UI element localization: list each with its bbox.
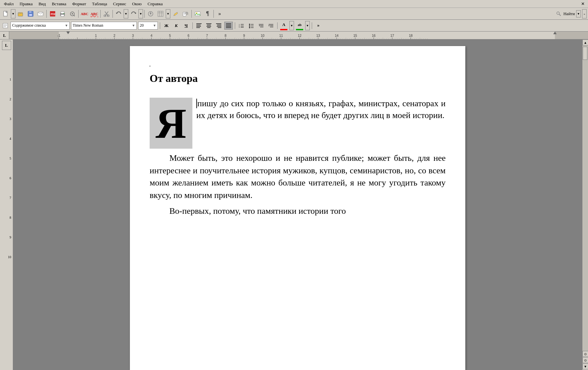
menu-help[interactable]: Справка (145, 1, 165, 7)
email-button[interactable] (36, 9, 45, 18)
indent-button[interactable] (267, 22, 275, 30)
redo-button[interactable] (129, 9, 138, 18)
document-scroll-area[interactable]: От автора Я ​пишу до сих пор только о кн… (13, 39, 582, 370)
v-mark-7: 7 (0, 196, 12, 216)
new-dropdown[interactable]: ▼ (11, 9, 15, 18)
menu-window[interactable]: Окно (130, 1, 144, 7)
print-button[interactable] (58, 9, 67, 18)
draw-button[interactable] (171, 9, 180, 18)
scroll-prev-page[interactable]: ⊙ (582, 351, 588, 357)
sidebar-ruler-button[interactable]: L (2, 41, 11, 50)
left-sidebar: L 1 2 3 4 5 6 7 8 9 10 (0, 39, 13, 370)
menu-insert[interactable]: Вставка (49, 1, 69, 7)
toolbar-extend[interactable]: » (582, 9, 587, 18)
font-color-dropdown[interactable]: ▼ (289, 21, 294, 30)
menu-view[interactable]: Вид (36, 1, 48, 7)
align-center-button[interactable] (205, 22, 213, 30)
v-mark-3: 3 (0, 117, 12, 137)
show-para-button[interactable]: ¶ (203, 9, 212, 18)
scroll-icons: ⊙ ⊙ ▼ (582, 351, 588, 369)
size-select[interactable]: 20 ▼ (138, 22, 158, 30)
highlight-color-button[interactable]: ab (295, 21, 304, 30)
toolbar-sep-4 (112, 10, 113, 18)
new-group: ▼ (1, 9, 15, 18)
svg-point-39 (557, 12, 559, 14)
undo-group: ▼ (114, 9, 128, 18)
scroll-next-page[interactable]: ⊙ (582, 357, 588, 363)
document-page[interactable]: От автора Я ​пишу до сих пор только о кн… (130, 46, 465, 370)
vertical-scrollbar: ▲ ⊙ ⊙ ▼ (582, 39, 588, 370)
menu-table[interactable]: Таблица (89, 1, 110, 7)
drop-cap-letter: Я (156, 102, 186, 145)
pdf-button[interactable]: PDF (48, 9, 57, 18)
document-title: От автора (150, 72, 446, 85)
scroll-down-button[interactable]: ▼ (582, 363, 588, 369)
svg-rect-13 (61, 12, 64, 13)
first-paragraph-text[interactable]: ​пишу до сих пор только о князьях, графа… (196, 98, 446, 122)
v-mark-10: 10 (0, 255, 12, 275)
v-mark-2: 2 (0, 97, 12, 117)
svg-marker-24 (135, 13, 136, 14)
ruler: L (0, 32, 588, 39)
format-toolbar: Содержимое списка ▼ Times New Roman ▼ 20… (0, 20, 588, 32)
find-area: Найти ▼ » (555, 9, 587, 18)
menu-file[interactable]: Файл (1, 1, 16, 7)
more-button[interactable]: » (215, 9, 224, 18)
new-button[interactable] (1, 9, 11, 18)
italic-button[interactable]: К (172, 22, 181, 30)
find-icon (555, 9, 562, 18)
menu-edit[interactable]: Правка (17, 1, 36, 7)
spellcheck-button[interactable]: ABC (80, 9, 89, 18)
list-ordered-button[interactable]: 1.2.3. (237, 22, 246, 30)
scroll-thumb[interactable] (583, 47, 587, 60)
insert-img-button[interactable] (193, 9, 202, 18)
table-insert-button[interactable] (156, 9, 165, 18)
format-more-button[interactable]: » (314, 22, 323, 30)
spellcheck2-button[interactable]: ABC (90, 9, 99, 18)
bold-button[interactable]: Ж (162, 22, 171, 30)
undo-dropdown[interactable]: ▼ (124, 9, 128, 18)
list-unordered-button[interactable] (247, 22, 256, 30)
find-replace-button[interactable] (181, 9, 190, 18)
style-select[interactable]: Содержимое списка ▼ (11, 22, 70, 30)
find-dropdown[interactable]: ▼ (576, 10, 581, 17)
svg-text:3.: 3. (239, 26, 240, 28)
font-select[interactable]: Times New Roman ▼ (71, 22, 137, 30)
format-sep-2 (192, 22, 193, 29)
toolbar-sep-3 (100, 10, 101, 18)
find-label: Найти (563, 11, 575, 16)
redo-dropdown[interactable]: ▼ (138, 9, 143, 18)
align-right-button[interactable] (214, 22, 223, 30)
align-justify-button[interactable] (224, 22, 233, 30)
undo-button[interactable] (114, 9, 123, 18)
open-button[interactable] (16, 9, 25, 18)
cut-button[interactable] (102, 9, 111, 18)
svg-line-18 (74, 15, 75, 16)
close-button[interactable]: ✕ (581, 1, 587, 7)
underline-button[interactable]: Ч (182, 22, 190, 30)
preview-button[interactable] (68, 9, 77, 18)
font-color-button[interactable]: A (280, 21, 288, 30)
format-sep-3 (235, 22, 235, 29)
menu-format[interactable]: Формат (70, 1, 89, 7)
svg-marker-23 (116, 13, 118, 14)
second-paragraph: Может быть, это нехорошо и не нравится п… (150, 152, 446, 202)
toolbar-sep-7 (213, 10, 214, 18)
outdent-button[interactable] (257, 22, 265, 30)
scroll-up-button[interactable]: ▲ (582, 39, 588, 45)
save-button[interactable] (26, 9, 35, 18)
svg-rect-15 (63, 13, 64, 14)
menu-tools[interactable]: Сервис (110, 1, 129, 7)
align-left-button[interactable] (195, 22, 203, 30)
ruler-l-button[interactable]: L (0, 32, 9, 39)
svg-marker-60 (259, 25, 260, 26)
toolbar-sep-6 (191, 10, 192, 18)
highlight-dropdown[interactable]: ▼ (305, 21, 310, 30)
toolbar-sep-2 (78, 10, 79, 18)
navigator-button[interactable] (146, 9, 155, 18)
table-dropdown[interactable]: ▼ (166, 9, 170, 18)
highlight-color-indicator (296, 29, 303, 30)
scroll-track[interactable] (582, 45, 588, 351)
v-mark-5: 5 (0, 157, 12, 176)
style-toggle[interactable] (1, 22, 9, 30)
